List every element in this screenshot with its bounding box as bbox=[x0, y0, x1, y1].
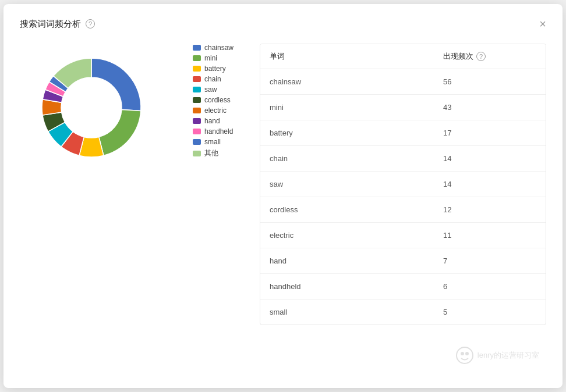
cell-word: mini bbox=[270, 103, 443, 112]
cell-freq: 17 bbox=[443, 129, 536, 137]
legend-color-box bbox=[193, 118, 201, 124]
cell-freq: 14 bbox=[443, 180, 536, 188]
cell-freq: 14 bbox=[443, 154, 536, 163]
modal-header: 搜索词词频分析 ? × bbox=[20, 18, 546, 30]
table-row: cordless12 bbox=[260, 197, 546, 223]
legend-color-box bbox=[193, 45, 201, 51]
legend-color-box bbox=[193, 108, 201, 113]
table-body: chainsaw56mini43battery17chain14saw14cor… bbox=[260, 69, 546, 325]
legend-item: handheld bbox=[193, 127, 234, 136]
legend-label: mini bbox=[204, 54, 217, 62]
donut-svg bbox=[27, 44, 155, 172]
legend-item: small bbox=[193, 138, 234, 146]
cell-freq: 11 bbox=[443, 231, 536, 240]
chart-and-legend: chainsawminibatterychainsawcordlesselect… bbox=[20, 44, 241, 172]
table-row: chainsaw56 bbox=[260, 69, 546, 95]
col-header-freq: 出现频次 ? bbox=[443, 51, 536, 62]
chart-section: chainsawminibatterychainsawcordlesselect… bbox=[20, 44, 241, 172]
title-area: 搜索词词频分析 ? bbox=[20, 19, 95, 30]
close-button[interactable]: × bbox=[539, 18, 546, 30]
modal-title: 搜索词词频分析 bbox=[20, 19, 81, 30]
table-header: 单词 出现频次 ? bbox=[260, 44, 546, 69]
legend-item: battery bbox=[193, 65, 234, 73]
legend-label: chain bbox=[204, 75, 221, 83]
cell-word: hand bbox=[270, 256, 443, 265]
data-table: 单词 出现频次 ? chainsaw56mini43battery17chain… bbox=[260, 44, 546, 325]
freq-help-icon[interactable]: ? bbox=[476, 52, 486, 61]
cell-freq: 5 bbox=[443, 308, 536, 316]
col-header-word: 单词 bbox=[270, 51, 443, 62]
svg-point-1 bbox=[457, 347, 473, 364]
legend-item: 其他 bbox=[193, 148, 234, 158]
watermark: lenry的运营研习室 bbox=[455, 346, 539, 365]
table-row: electric11 bbox=[260, 223, 546, 248]
watermark-icon bbox=[455, 346, 474, 365]
cell-freq: 6 bbox=[443, 282, 536, 291]
cell-freq: 43 bbox=[443, 103, 536, 112]
svg-point-0 bbox=[62, 78, 121, 137]
legend-label: saw bbox=[204, 85, 217, 94]
legend-item: hand bbox=[193, 117, 234, 125]
cell-freq: 7 bbox=[443, 256, 536, 265]
table-row: mini43 bbox=[260, 95, 546, 120]
legend-color-box bbox=[193, 76, 201, 82]
legend-label: 其他 bbox=[204, 148, 218, 158]
legend-item: chainsaw bbox=[193, 44, 234, 52]
cell-freq: 56 bbox=[443, 77, 536, 86]
legend-color-box bbox=[193, 129, 201, 134]
cell-word: handheld bbox=[270, 282, 443, 291]
legend-label: small bbox=[204, 138, 221, 146]
cell-word: chainsaw bbox=[270, 77, 443, 86]
svg-point-3 bbox=[465, 352, 469, 355]
cell-freq: 12 bbox=[443, 205, 536, 214]
legend-label: handheld bbox=[204, 127, 233, 136]
table-row: battery17 bbox=[260, 120, 546, 146]
legend-label: cordless bbox=[204, 96, 231, 104]
modal: 搜索词词频分析 ? × chainsawminibatterychainsawc… bbox=[3, 4, 563, 388]
svg-point-2 bbox=[461, 352, 464, 355]
table-row: chain14 bbox=[260, 146, 546, 172]
table-row: handheld6 bbox=[260, 274, 546, 300]
cell-word: electric bbox=[270, 231, 443, 240]
legend-color-box bbox=[193, 139, 201, 145]
legend-item: chain bbox=[193, 75, 234, 83]
table-row: saw14 bbox=[260, 172, 546, 197]
legend-color-box bbox=[193, 66, 201, 72]
legend-area: chainsawminibatterychainsawcordlesselect… bbox=[193, 44, 234, 158]
legend-label: battery bbox=[204, 65, 226, 73]
legend-item: mini bbox=[193, 54, 234, 62]
legend-color-box bbox=[193, 97, 201, 103]
watermark-text: lenry的运营研习室 bbox=[477, 350, 539, 361]
legend-item: cordless bbox=[193, 96, 234, 104]
cell-word: chain bbox=[270, 154, 443, 163]
legend-color-box bbox=[193, 151, 201, 156]
cell-word: cordless bbox=[270, 205, 443, 214]
content-area: chainsawminibatterychainsawcordlesselect… bbox=[20, 44, 546, 325]
legend-color-box bbox=[193, 87, 201, 92]
donut-chart bbox=[27, 44, 155, 172]
legend-label: hand bbox=[204, 117, 220, 125]
cell-word: saw bbox=[270, 180, 443, 188]
legend-label: electric bbox=[204, 106, 227, 115]
legend-item: electric bbox=[193, 106, 234, 115]
cell-word: battery bbox=[270, 129, 443, 137]
table-row: small5 bbox=[260, 300, 546, 325]
title-help-icon[interactable]: ? bbox=[86, 19, 95, 28]
legend-color-box bbox=[193, 55, 201, 61]
cell-word: small bbox=[270, 308, 443, 316]
legend-label: chainsaw bbox=[204, 44, 234, 52]
legend-item: saw bbox=[193, 85, 234, 94]
table-row: hand7 bbox=[260, 248, 546, 274]
